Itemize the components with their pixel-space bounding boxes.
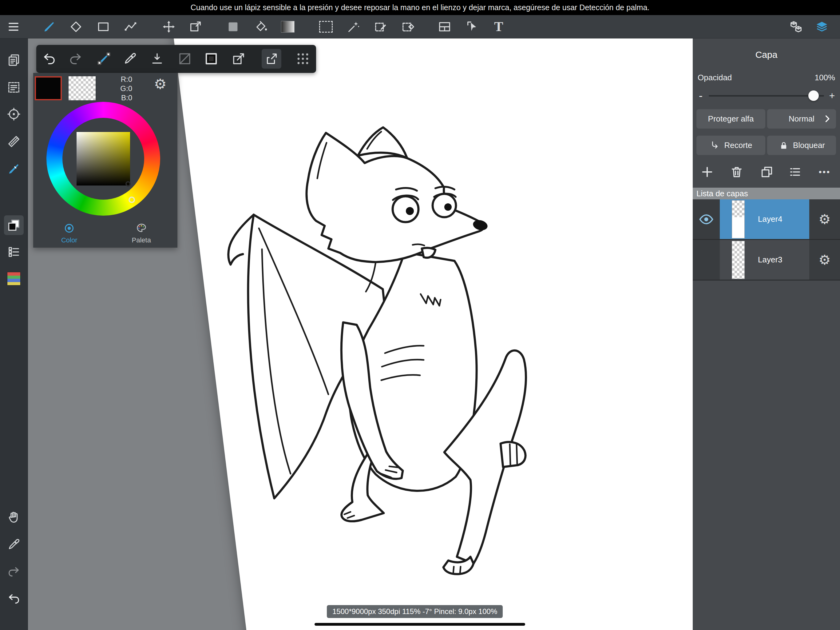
- quick-undo-icon[interactable]: [41, 50, 58, 67]
- eraser-tool-icon[interactable]: [67, 18, 85, 35]
- color-settings-gear-icon[interactable]: ⚙: [152, 75, 169, 93]
- layer-row-body[interactable]: Layer4: [720, 199, 809, 239]
- tab-color[interactable]: Color: [33, 219, 106, 248]
- layer-list-icon[interactable]: [5, 243, 22, 261]
- transform-tool-icon[interactable]: [187, 18, 204, 35]
- layer-settings-gear-icon[interactable]: ⚙: [809, 199, 840, 239]
- protect-alpha-button[interactable]: Proteger alfa: [696, 109, 765, 128]
- polyline-tool-icon[interactable]: [122, 18, 139, 35]
- layer-visibility-toggle[interactable]: [693, 199, 720, 239]
- snap-tool-icon[interactable]: [5, 106, 22, 123]
- current-color-tile[interactable]: [4, 215, 24, 235]
- palette-tab-label: Paleta: [132, 236, 151, 244]
- materials-3d-icon[interactable]: [788, 18, 805, 35]
- move-tool-icon[interactable]: [160, 18, 177, 35]
- eyedropper-icon[interactable]: [5, 536, 22, 553]
- eye-icon: [698, 211, 714, 227]
- lock-button[interactable]: Bloquear: [767, 136, 836, 155]
- select-list-icon[interactable]: [5, 79, 22, 96]
- layer-row[interactable]: Layer3 ⚙: [693, 240, 840, 280]
- divide-panel-icon[interactable]: [436, 18, 453, 35]
- color-tab-icon: [63, 222, 75, 234]
- cursor-operation-icon[interactable]: [464, 18, 481, 35]
- transparent-color-swatch[interactable]: [69, 76, 96, 100]
- deselect-icon[interactable]: [176, 50, 193, 67]
- save-export-icon[interactable]: [148, 50, 166, 67]
- opacity-label: Opacidad: [698, 73, 732, 82]
- chevron-right-icon: [822, 114, 832, 126]
- more-options-icon[interactable]: •••: [816, 163, 833, 180]
- lock-label: Bloquear: [793, 141, 825, 150]
- clipping-button[interactable]: Recorte: [696, 136, 765, 155]
- layer-thumbnail: [720, 200, 757, 238]
- palette-tab-icon: [135, 222, 148, 234]
- marquee-select-icon[interactable]: [317, 18, 335, 35]
- brush-edit-icon[interactable]: [95, 50, 112, 67]
- home-indicator[interactable]: [314, 623, 525, 626]
- hand-pan-icon[interactable]: [5, 509, 22, 526]
- sv-cursor[interactable]: [125, 181, 131, 187]
- left-sidebar: [0, 38, 28, 630]
- lock-icon: [778, 140, 789, 151]
- undo-icon[interactable]: [5, 590, 22, 608]
- text-tool-icon[interactable]: T: [490, 18, 507, 35]
- saturation-value-square[interactable]: [77, 132, 130, 185]
- pages-icon[interactable]: [5, 51, 22, 69]
- opacity-slider-track[interactable]: [709, 95, 824, 97]
- palette-strip-icon[interactable]: [5, 270, 22, 287]
- brush-tool-icon[interactable]: [41, 18, 58, 35]
- bucket-tool-icon[interactable]: [253, 18, 270, 35]
- canvas-status-text: 1500*9000px 350dpi 115% -7° Pincel: 9.0p…: [332, 607, 497, 616]
- merge-layer-icon[interactable]: [758, 163, 775, 180]
- color-panel: R:0 G:0 B:0 ⚙ Color Paleta: [33, 73, 177, 248]
- layer-settings-gear-icon[interactable]: ⚙: [809, 240, 840, 280]
- layer-actions-row: •••: [693, 162, 840, 182]
- g-value: G:0: [112, 84, 132, 93]
- layer-list-header-label: Lista de capas: [696, 189, 748, 198]
- color-tab-label: Color: [61, 236, 77, 244]
- magic-wand-icon[interactable]: [345, 18, 362, 35]
- select-eraser-icon[interactable]: [400, 18, 417, 35]
- canvas-status-bar: 1500*9000px 350dpi 115% -7° Pincel: 9.0p…: [327, 605, 503, 618]
- select-pen-icon[interactable]: [373, 18, 390, 35]
- layer-row-selected[interactable]: Layer4 ⚙: [693, 199, 840, 240]
- layer-list: Layer4 ⚙ Layer3 ⚙: [693, 199, 840, 280]
- opacity-minus-button[interactable]: -: [697, 89, 704, 102]
- tab-palette[interactable]: Paleta: [106, 219, 178, 248]
- layer-row-body[interactable]: Layer3: [720, 240, 809, 280]
- gradient-tool-icon[interactable]: [279, 18, 297, 35]
- layers-panel-icon[interactable]: [813, 18, 831, 35]
- opacity-row: Opacidad 100%: [698, 73, 835, 82]
- redo-icon[interactable]: [5, 563, 22, 581]
- fill-color-icon[interactable]: [224, 18, 242, 35]
- delete-layer-icon[interactable]: [728, 163, 745, 180]
- quick-redo-icon[interactable]: [67, 50, 84, 67]
- notification-bar: Cuando use un lápiz sensible a la presió…: [0, 0, 840, 15]
- layer-panel-title: Capa: [693, 49, 840, 60]
- quick-eyedropper-icon[interactable]: [122, 50, 139, 67]
- layer-name: Layer4: [757, 214, 783, 224]
- r-value: R:0: [112, 75, 132, 84]
- ruler-icon[interactable]: [5, 133, 22, 150]
- rgb-readout: R:0 G:0 B:0: [112, 75, 132, 103]
- layer-visibility-toggle[interactable]: [693, 240, 720, 280]
- shape-tool-icon[interactable]: [95, 18, 112, 35]
- paint-brush-icon[interactable]: [5, 160, 22, 177]
- grid-menu-icon[interactable]: [294, 50, 311, 67]
- clipping-icon: [709, 140, 720, 151]
- hue-cursor[interactable]: [128, 196, 135, 203]
- layer-list-view-icon[interactable]: [786, 163, 804, 180]
- add-layer-icon[interactable]: [699, 163, 716, 180]
- selection-preview-icon[interactable]: [203, 50, 220, 67]
- share-tile[interactable]: [262, 49, 281, 69]
- protect-alpha-label: Proteger alfa: [708, 114, 754, 123]
- opacity-plus-button[interactable]: +: [828, 90, 836, 101]
- layer-name: Layer3: [757, 255, 783, 264]
- blend-mode-button[interactable]: Normal: [767, 109, 836, 128]
- menu-icon[interactable]: [5, 18, 22, 35]
- canvas-size-icon[interactable]: [230, 50, 247, 67]
- foreground-color-swatch[interactable]: [35, 76, 62, 100]
- opacity-slider-knob[interactable]: [808, 90, 819, 101]
- app-window: Cuando use un lápiz sensible a la presió…: [0, 0, 840, 630]
- character-line-art: [185, 117, 584, 609]
